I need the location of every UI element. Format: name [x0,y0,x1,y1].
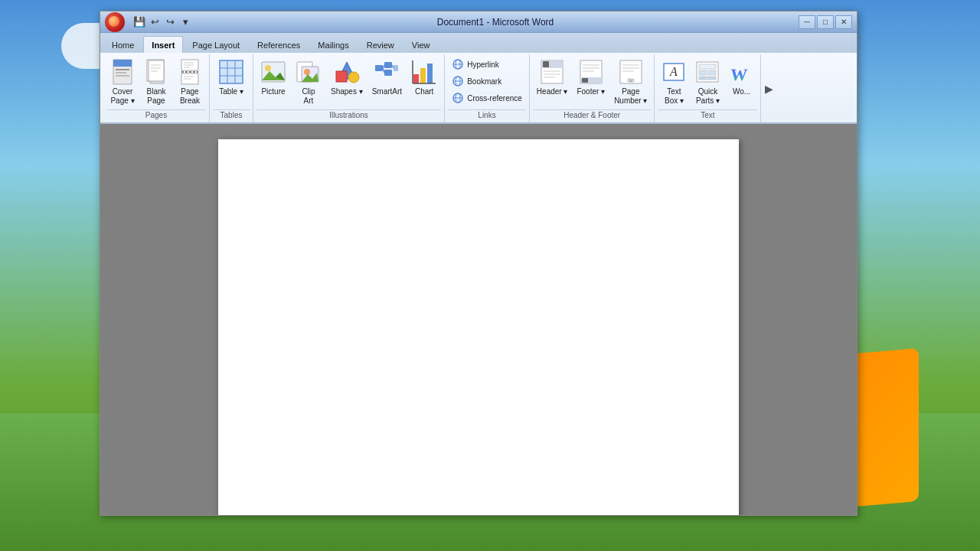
tables-buttons: Table ▾ [213,56,250,109]
tab-view[interactable]: View [403,36,439,53]
svg-rect-67 [582,78,588,83]
tab-page-layout[interactable]: Page Layout [184,36,248,53]
undo-button[interactable]: ↩ [148,15,162,29]
shapes-button[interactable]: Shapes ▾ [327,56,367,99]
header-footer-buttons: Header ▾ [533,56,652,109]
maximize-button[interactable]: □ [817,15,834,29]
cover-page-icon [112,58,133,86]
svg-rect-33 [336,71,347,82]
pages-buttons: CoverPage ▾ [106,56,206,109]
page-break-icon [179,58,201,86]
redo-button[interactable]: ↪ [163,15,177,29]
quick-parts-icon [695,58,720,86]
shapes-label: Shapes ▾ [331,87,363,96]
save-button[interactable]: 💾 [132,15,146,29]
table-button[interactable]: Table ▾ [213,56,250,99]
text-box-button[interactable]: A TextBox ▾ [658,56,690,108]
svg-rect-78 [699,70,707,75]
svg-text:W: W [730,65,749,84]
window-controls: ─ □ ✕ [799,15,852,29]
blank-page-icon [145,58,167,86]
cover-page-button[interactable]: CoverPage ▾ [106,56,139,108]
chart-label: Chart [415,87,433,96]
bookmark-label: Bookmark [467,77,501,86]
bookmark-icon [452,75,464,87]
text-box-label: TextBox ▾ [665,87,684,106]
svg-rect-1 [113,60,132,67]
table-label: Table ▾ [219,87,243,96]
text-group-label: Text [658,109,757,121]
tables-group-label: Tables [213,109,250,121]
window-title: Document1 - Microsoft Word [192,17,799,28]
svg-rect-42 [413,74,419,83]
smartart-icon [374,58,400,86]
illustrations-buttons: Picture ClipArt [256,56,441,109]
picture-label: Picture [261,87,285,96]
close-button[interactable]: ✕ [835,15,852,29]
links-stack: Hyperlink Bookmark [448,56,526,106]
page-break-button[interactable]: PageBreak [174,56,206,108]
svg-rect-3 [116,72,126,73]
document-area[interactable] [100,124,857,515]
clip-art-icon [296,58,322,86]
ribbon-group-header-footer: Header ▾ [530,54,655,122]
svg-rect-80 [699,77,716,80]
svg-rect-19 [220,60,243,83]
tab-mailings[interactable]: Mailings [309,36,357,53]
chart-button[interactable]: Chart [407,56,441,99]
links-buttons: Hyperlink Bookmark [448,56,526,109]
shapes-icon [334,58,360,86]
ribbon-tab-bar: Home Insert Page Layout References Maili… [100,33,857,53]
blank-page-button[interactable]: BlankPage [140,56,172,108]
svg-point-30 [304,69,310,75]
title-bar-left: 💾 ↩ ↪ ▾ [105,12,192,32]
svg-rect-35 [375,65,383,71]
header-icon [540,58,564,86]
links-group-label: Links [448,109,526,121]
text-buttons: A TextBox ▾ [658,56,757,109]
svg-line-39 [383,65,384,68]
cross-reference-button[interactable]: Cross-reference [448,90,526,106]
page-number-button[interactable]: # PageNumber ▾ [610,56,651,108]
svg-rect-61 [543,61,549,67]
pages-group-label: Pages [106,109,206,121]
document-page[interactable] [218,139,739,515]
footer-icon [579,58,603,86]
header-button[interactable]: Header ▾ [533,56,572,99]
hyperlink-label: Hyperlink [467,60,499,69]
table-icon [218,58,244,86]
svg-text:A: A [670,65,678,78]
tab-insert[interactable]: Insert [143,36,183,53]
chart-icon [411,58,437,86]
ribbon-group-text: A TextBox ▾ [655,54,761,122]
ribbon-expand-button[interactable]: ▶ [763,80,776,97]
office-orb-button[interactable] [105,12,125,32]
minimize-button[interactable]: ─ [799,15,815,29]
ribbon-group-tables: Table ▾ Tables [210,54,253,122]
qat-dropdown-button[interactable]: ▾ [178,15,192,29]
header-label: Header ▾ [537,87,568,96]
wordart-button[interactable]: W Wo... [725,56,757,99]
picture-button[interactable]: Picture [256,56,290,99]
tab-home[interactable]: Home [103,36,142,53]
tab-references[interactable]: References [249,36,309,53]
wordart-icon: W [729,58,753,86]
quick-parts-button[interactable]: QuickParts ▾ [691,56,724,108]
tab-review[interactable]: Review [358,36,403,53]
footer-button[interactable]: Footer ▾ [573,56,609,99]
ribbon-content: CoverPage ▾ [100,53,857,122]
quick-parts-label: QuickParts ▾ [696,87,720,106]
hyperlink-icon [452,58,464,70]
smartart-button[interactable]: SmartArt [368,56,406,99]
bookmark-button[interactable]: Bookmark [448,73,526,90]
svg-rect-43 [420,68,426,83]
ribbon-group-illustrations: Picture ClipArt [253,54,445,122]
svg-rect-38 [394,65,398,71]
ribbon-more-arrow[interactable]: ▶ [761,54,777,122]
clip-art-button[interactable]: ClipArt [292,56,325,108]
ribbon: Home Insert Page Layout References Maili… [100,33,857,124]
smartart-label: SmartArt [372,87,402,96]
wordart-label: Wo... [733,87,750,96]
footer-label: Footer ▾ [577,87,605,96]
hyperlink-button[interactable]: Hyperlink [448,56,526,73]
